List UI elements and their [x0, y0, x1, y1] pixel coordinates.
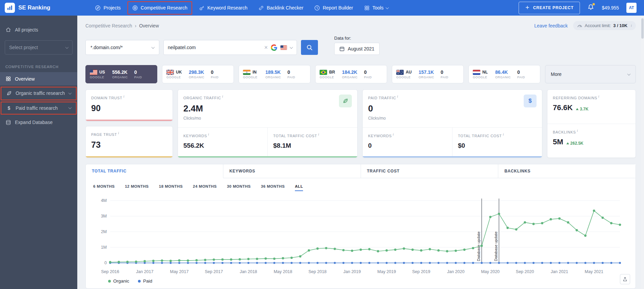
organic-value: 556.2K — [112, 69, 127, 75]
country-card-uk[interactable]: UK GOOGLE 298.3KORGANIC 0PAID — [162, 65, 234, 83]
dollar-icon: $ — [6, 105, 12, 111]
range-30-months[interactable]: 30 MONTHS — [227, 184, 250, 191]
range-24-months[interactable]: 24 MONTHS — [193, 184, 217, 191]
paid-value: 0 — [441, 69, 443, 75]
info-icon[interactable]: i — [577, 129, 578, 132]
more-label: More — [551, 71, 562, 77]
info-icon[interactable]: i — [393, 132, 394, 136]
domain-search-input[interactable] — [168, 45, 261, 50]
notifications-button[interactable] — [587, 4, 594, 12]
chevron-down-icon[interactable] — [290, 45, 293, 49]
scrollbar-thumb[interactable] — [641, 18, 644, 39]
info-icon[interactable]: i — [503, 132, 504, 136]
organic-traffic-value: 2.4M — [183, 103, 223, 114]
range-all[interactable]: ALL — [295, 184, 303, 191]
organic-cost-label: TOTAL TRAFFIC COSTi — [273, 134, 319, 138]
nav-keyword-research[interactable]: Keyword Research — [195, 2, 251, 14]
paid-traffic-value: 0 — [368, 103, 398, 114]
sidebar-item-organic-traffic-research[interactable]: Organic traffic research — [1, 87, 77, 100]
paid-traffic-card: PAID TRAFFICi 0 Clicks/mo $ KEYWORDSi 0 … — [362, 89, 542, 158]
nav-backlink-checker[interactable]: Backlink Checker — [254, 2, 307, 14]
svg-text:2M: 2M — [101, 229, 107, 234]
brand-name: SE Ranking — [18, 4, 50, 11]
breadcrumb-separator: › — [135, 23, 137, 28]
info-icon[interactable]: i — [208, 132, 209, 136]
header-right: Leave feedback Account limit: 3 / 10K i — [534, 21, 636, 30]
legend-paid[interactable]: Paid — [138, 278, 152, 284]
country-card-br[interactable]: BR GOOGLE 184.2KORGANIC 0PAID — [315, 65, 387, 83]
scrollbar[interactable] — [641, 16, 644, 289]
flag-br-icon — [320, 70, 327, 75]
nav-report-builder[interactable]: Report Builder — [310, 2, 357, 14]
paid-label: PAID — [134, 76, 142, 79]
nav-projects[interactable]: Projects — [91, 2, 125, 14]
tab-keywords[interactable]: KEYWORDS — [223, 164, 361, 178]
info-icon[interactable]: i — [123, 95, 124, 98]
breadcrumb-parent[interactable]: Competitive Research — [85, 23, 132, 28]
range-12-months[interactable]: 12 MONTHS — [125, 184, 148, 191]
country-card-nl[interactable]: NL GOOGLE 86.4KORGANIC 0PAID — [468, 65, 540, 83]
organic-value: 184.2K — [342, 69, 357, 75]
country-card-in[interactable]: IN GOOGLE 189.5KORGANIC 0PAID — [239, 65, 310, 83]
tab-total-traffic[interactable]: TOTAL TRAFFIC — [86, 164, 223, 178]
nav-tools[interactable]: Tools — [360, 2, 393, 14]
paid-toggle-button[interactable]: $ — [524, 95, 537, 107]
arrow-up-icon — [576, 108, 579, 110]
leave-feedback-link[interactable]: Leave feedback — [534, 23, 568, 28]
tab-traffic-cost[interactable]: TRAFFIC COST — [361, 164, 499, 178]
organic-label: ORGANIC — [265, 76, 281, 79]
paid-label: PAID — [287, 76, 295, 79]
clear-input-icon[interactable]: × — [264, 44, 268, 50]
avatar[interactable]: AT — [626, 3, 637, 13]
sidebar-item-paid-traffic-research[interactable]: $ Paid traffic research — [1, 102, 77, 115]
svg-text:Sep 2018: Sep 2018 — [308, 269, 327, 274]
paid-keywords-cell: KEYWORDSi 0 — [363, 128, 452, 158]
flag-us-icon[interactable] — [280, 45, 287, 50]
brand[interactable]: SE Ranking — [5, 3, 50, 13]
date-picker-button[interactable]: August 2021 — [334, 43, 380, 55]
more-countries-dropdown[interactable]: More — [545, 65, 636, 83]
info-icon[interactable]: i — [318, 132, 319, 136]
select-project-dropdown[interactable]: Select project — [5, 40, 73, 55]
export-chart-button[interactable] — [620, 274, 630, 284]
sidebar-item-all-projects[interactable]: All projects — [0, 23, 77, 36]
country-cards-row: US GOOGLE 556.2KORGANIC 0PAID UK GOOGLE … — [85, 65, 636, 83]
referring-domains-cell: REFERRING DOMAINSi 76.6K 3.7K — [547, 90, 636, 124]
domain-trust-card: DOMAIN TRUSTi 90 — [85, 89, 173, 121]
google-logo-icon[interactable] — [271, 44, 277, 51]
range-6-months[interactable]: 6 MONTHS — [93, 184, 115, 191]
paid-keywords-label: KEYWORDSi — [368, 134, 394, 138]
organic-toggle-button[interactable] — [339, 95, 352, 107]
search-engine-label: GOOGLE — [243, 76, 262, 79]
trust-column: DOMAIN TRUSTi 90 PAGE TRUSTi 73 — [85, 89, 173, 158]
range-36-months[interactable]: 36 MONTHS — [261, 184, 285, 191]
organic-traffic-label: ORGANIC TRAFFICi — [183, 96, 223, 100]
page-trust-bar — [86, 156, 173, 158]
link-icon — [258, 5, 264, 11]
search-button[interactable] — [301, 40, 318, 55]
organic-cost-cell: TOTAL TRAFFIC COSTi $8.1M — [267, 128, 357, 158]
info-icon[interactable]: i — [222, 95, 223, 98]
sidebar-item-overview[interactable]: Overview — [0, 72, 77, 85]
legend-organic[interactable]: Organic — [108, 278, 129, 284]
search-scope-select[interactable]: *.domain.com/* — [85, 40, 159, 55]
info-icon[interactable]: i — [598, 95, 599, 98]
key-icon — [199, 5, 205, 11]
info-icon[interactable]: i — [397, 95, 398, 98]
nav-label: Competitive Research — [141, 5, 187, 11]
country-card-au[interactable]: AU GOOGLE 157.1KORGANIC 0PAID — [392, 65, 464, 83]
range-18-months[interactable]: 18 MONTHS — [159, 184, 183, 191]
info-icon[interactable]: i — [118, 131, 119, 135]
traffic-chart: 01M2M3M4MSep 2016Jan 2017May 2017Sep 201… — [93, 196, 629, 277]
nav-competitive-research[interactable]: Competitive Research — [127, 1, 192, 15]
flag-in-icon — [243, 70, 250, 75]
info-icon[interactable]: i — [631, 24, 632, 27]
create-project-button[interactable]: CREATE PROJECT — [519, 2, 580, 14]
account-balance[interactable]: $49.955 — [602, 5, 619, 11]
tab-backlinks[interactable]: BACKLINKS — [498, 164, 636, 178]
account-limit-label: Account limit: — [585, 23, 611, 28]
sidebar-item-expand-database[interactable]: Expand Database — [0, 116, 77, 129]
nav-label: Projects — [103, 5, 121, 11]
country-card-us[interactable]: US GOOGLE 556.2KORGANIC 0PAID — [85, 65, 157, 83]
organic-value: 298.3K — [189, 69, 204, 75]
